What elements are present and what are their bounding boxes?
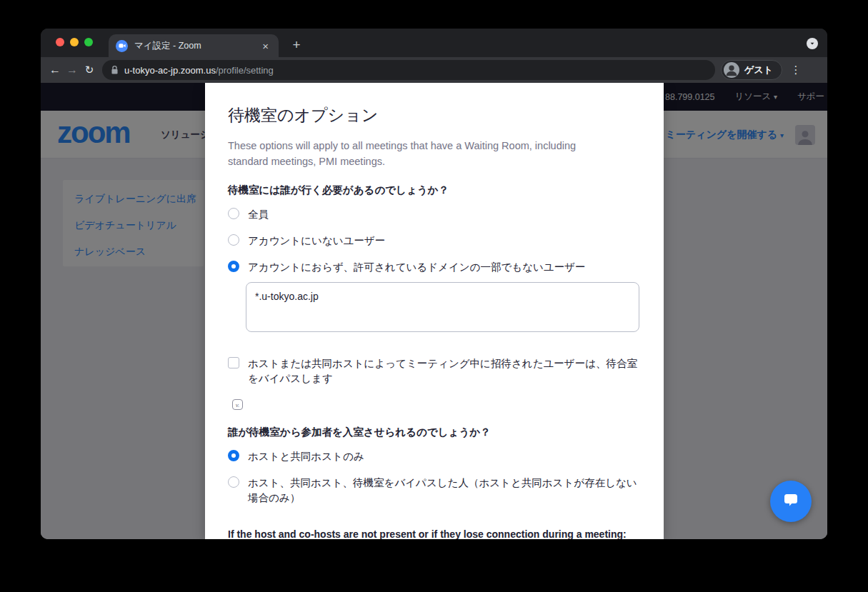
profile-button[interactable]: ゲスト bbox=[721, 60, 782, 80]
waiting-room-options-dialog: 待機室のオプション These options will apply to al… bbox=[205, 83, 664, 539]
allowed-domains-input[interactable]: *.u-tokyo.ac.jp bbox=[246, 282, 639, 332]
question-who-can-admit: 誰が待機室から参加者を入室させられるのでしょうか？ bbox=[228, 426, 639, 439]
tab-close-icon[interactable]: × bbox=[259, 39, 271, 53]
radio-icon[interactable] bbox=[228, 476, 239, 488]
browser-menu-button[interactable]: ⋮ bbox=[789, 64, 802, 76]
address-bar[interactable]: u-tokyo-ac-jp.zoom.us/profile/setting bbox=[102, 60, 715, 80]
tab-title: マイ設定 - Zoom bbox=[134, 40, 253, 52]
back-button[interactable]: ← bbox=[46, 61, 64, 79]
reload-button[interactable]: ↻ bbox=[81, 61, 98, 79]
fullscreen-window-button[interactable] bbox=[84, 38, 93, 46]
radio-icon[interactable] bbox=[228, 261, 239, 272]
dialog-description: These options will apply to all meetings… bbox=[228, 138, 617, 169]
radio-option-users-not-in-allowed-domains[interactable]: アカウントにおらず、許可されているドメインの一部でもないユーザー bbox=[228, 254, 639, 281]
broken-image-icon: v. bbox=[232, 399, 243, 410]
url-host: u-tokyo-ac-jp.zoom.us bbox=[124, 65, 216, 76]
forward-button[interactable]: → bbox=[64, 61, 81, 79]
radio-option-host-cohosts-only[interactable]: ホストと共同ホストのみ bbox=[228, 443, 639, 470]
support-chat-button[interactable] bbox=[770, 481, 812, 522]
page-viewport: 88.799.0125 リソース ▾ サポート zoom ソリューシ ミーティン… bbox=[41, 83, 827, 539]
question-who-goes-to-waiting-room: 待機室には誰が行く必要があるのでしょうか？ bbox=[228, 184, 639, 197]
browser-toolbar: ← → ↻ u-tokyo-ac-jp.zoom.us/profile/sett… bbox=[41, 57, 827, 83]
radio-option-users-not-in-account[interactable]: アカウントにいないユーザー bbox=[228, 228, 639, 254]
close-window-button[interactable] bbox=[56, 38, 64, 46]
radio-option-host-cohosts-bypassers[interactable]: ホスト、共同ホスト、待機室をバイパスした人（ホストと共同ホストが存在しない場合の… bbox=[228, 470, 639, 511]
new-tab-button[interactable]: + bbox=[286, 35, 306, 55]
zoom-favicon-icon bbox=[116, 40, 128, 52]
profile-name: ゲスト bbox=[744, 64, 773, 76]
browser-window: マイ設定 - Zoom × + ← → ↻ u-tokyo-ac-jp.zoom… bbox=[41, 29, 827, 539]
chat-bubble-icon bbox=[782, 493, 800, 510]
radio-icon[interactable] bbox=[228, 450, 239, 461]
url-path: /profile/setting bbox=[216, 65, 274, 76]
browser-tab[interactable]: マイ設定 - Zoom × bbox=[109, 34, 279, 57]
guest-avatar-icon bbox=[724, 62, 739, 78]
search-tabs-button[interactable] bbox=[807, 38, 818, 49]
tab-strip: マイ設定 - Zoom × + bbox=[41, 29, 827, 57]
dialog-title: 待機室のオプション bbox=[228, 104, 639, 126]
lock-icon bbox=[111, 65, 119, 75]
radio-option-everyone[interactable]: 全員 bbox=[228, 201, 639, 228]
question-host-not-present: If the host and co-hosts are not present… bbox=[228, 528, 639, 539]
minimize-window-button[interactable] bbox=[70, 38, 79, 46]
checkbox-icon[interactable] bbox=[228, 357, 239, 368]
radio-icon[interactable] bbox=[228, 208, 239, 219]
radio-icon[interactable] bbox=[228, 234, 239, 246]
checkbox-invited-users-bypass[interactable]: ホストまたは共同ホストによってミーティング中に招待されたユーザーは、待合室をバイ… bbox=[228, 351, 639, 392]
url-text: u-tokyo-ac-jp.zoom.us/profile/setting bbox=[124, 64, 274, 76]
window-controls bbox=[56, 38, 93, 46]
